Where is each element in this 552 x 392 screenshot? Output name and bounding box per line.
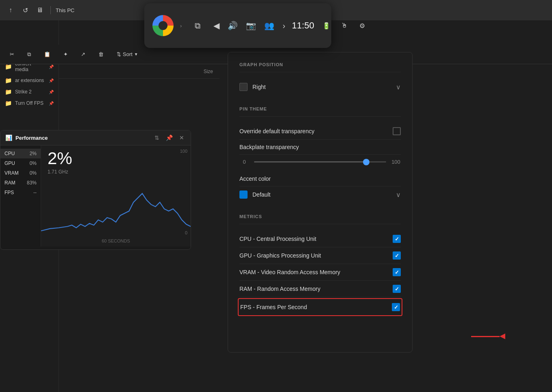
accent-color-label: Accent color	[239, 175, 401, 182]
fps-metric-val: --	[33, 190, 37, 195]
perf-big-value: 2%	[48, 149, 72, 168]
perf-time-label: 60 SECONDS	[102, 238, 130, 243]
breadcrumb: This PC	[56, 7, 74, 13]
perf-metric-vram[interactable]: VRAM 0%	[0, 168, 41, 178]
perf-close-btn[interactable]: ✕	[178, 134, 186, 142]
metrics-title: METRICS	[239, 214, 401, 219]
graph-position-row[interactable]: Right ∨	[239, 79, 401, 95]
perf-settings-btn[interactable]: ⇅	[153, 134, 161, 142]
dropdown-chevron-icon[interactable]: ∨	[396, 83, 401, 91]
back-icon[interactable]: ◀	[213, 21, 219, 30]
camera-icon[interactable]: 📷	[246, 21, 256, 30]
chrome-popup: › ⧉ ◀ 🔊 📷 👥 › 11:50 🔋 🖱 ⚙	[144, 3, 331, 48]
metric-ram-row: RAM - Random Access Memory	[239, 281, 401, 297]
gpu-metric-name: GPU	[4, 160, 15, 166]
override-transparency-checkbox[interactable]	[393, 127, 401, 135]
metric-cpu-checkbox[interactable]	[393, 235, 401, 243]
vram-metric-val: 0%	[30, 170, 37, 176]
graph-position-title: GRAPH POSITION	[239, 62, 401, 67]
up-arrow-icon[interactable]: ↑	[5, 4, 16, 16]
sidebar-item-label-3: Strike 2	[15, 89, 32, 95]
performance-widget: 📊 Performance ⇅ 📌 ✕ CPU 2% GPU 0% VRAM 0…	[0, 130, 191, 250]
settings-icon[interactable]: ⚙	[356, 20, 368, 31]
gpu-metric-val: 0%	[30, 160, 37, 166]
pin-icon-3: 📌	[49, 90, 54, 94]
sort-chevron-icon: ▼	[134, 52, 138, 56]
battery-icon: 🔋	[321, 20, 332, 31]
backplate-transparency-label: Backplate transparency	[239, 144, 401, 150]
sidebar-item-label-4: Turn Off FPS	[15, 100, 43, 106]
path-thispc[interactable]: This PC	[56, 7, 74, 13]
metric-cpu-row: CPU - Central Processing Unit	[239, 231, 401, 247]
metric-gpu-row: GPU - Graphics Processing Unit	[239, 247, 401, 264]
forward-icon[interactable]: ›	[283, 21, 285, 30]
accent-color-value: Default	[252, 191, 391, 198]
metric-ram-label: RAM - Random Access Memory	[239, 286, 388, 292]
slider-thumb[interactable]	[363, 159, 369, 165]
popup-media-icons: ◀ 🔊 📷 👥 ›	[213, 21, 285, 30]
perf-chart-area: 2% 1.71 GHz 100 0 60 SECONDS	[41, 145, 191, 247]
metric-fps-row: FPS - Frames Per Second	[238, 298, 402, 316]
cpu-metric-val: 2%	[30, 151, 37, 156]
perf-metric-ram[interactable]: RAM 83%	[0, 178, 41, 188]
ram-metric-val: 83%	[27, 180, 37, 186]
settings-panel: GRAPH POSITION Right ∨ PIN THEME Overrid…	[228, 52, 413, 353]
ai-icon: ✦	[63, 51, 68, 57]
metric-fps-checkbox[interactable]	[392, 303, 400, 311]
paste-button[interactable]: 📋	[41, 50, 54, 59]
size-column-header: Size	[180, 69, 213, 74]
graph-position-value: Right	[252, 84, 391, 90]
sidebar-item-label-2: ar extensions	[15, 78, 44, 83]
sidebar-item-strike2[interactable]: 📁 Strike 2 📌	[0, 86, 59, 97]
perf-body: CPU 2% GPU 0% VRAM 0% RAM 83% FPS -- 2% …	[0, 145, 191, 247]
pin-icon-2: 📌	[49, 78, 54, 83]
fps-metric-name: FPS	[4, 190, 14, 195]
perf-pin-btn[interactable]: 📌	[164, 134, 174, 142]
arrow-head-icon	[500, 334, 505, 339]
accent-dropdown-chevron-icon[interactable]: ∨	[396, 191, 401, 199]
transparency-slider[interactable]	[254, 161, 386, 162]
cut-button[interactable]: ✂	[7, 50, 17, 59]
perf-icon: 📊	[5, 134, 12, 141]
divider-3	[239, 224, 401, 224]
perf-metric-fps[interactable]: FPS --	[0, 188, 41, 197]
volume-icon[interactable]: 🔊	[228, 21, 238, 30]
folder-icon: 📁	[5, 63, 12, 70]
share-icon: ↗	[81, 51, 85, 57]
metric-gpu-checkbox[interactable]	[393, 251, 401, 260]
refresh-icon[interactable]: ↺	[20, 4, 31, 16]
folder-icon-3: 📁	[5, 89, 12, 95]
sort-button[interactable]: ⇅ Sort ▼	[113, 50, 141, 59]
metrics-section: METRICS CPU - Central Processing Unit GP…	[239, 214, 401, 316]
chrome-logo-icon[interactable]	[152, 15, 174, 36]
slider-min-label: 0	[239, 159, 249, 165]
perf-metric-gpu[interactable]: GPU 0%	[0, 158, 41, 168]
accent-color-value-row[interactable]: Default ∨	[239, 186, 401, 203]
pin-icon: 📌	[49, 65, 54, 69]
copy-button[interactable]: ⧉	[24, 50, 34, 59]
metric-fps-label: FPS - Frames Per Second	[240, 304, 387, 310]
vram-metric-name: VRAM	[4, 170, 19, 176]
perf-metric-cpu[interactable]: CPU 2%	[0, 149, 41, 158]
delete-button[interactable]: 🗑	[95, 50, 107, 59]
popup-right: 11:50 🔋 🖱 ⚙	[292, 20, 368, 31]
sidebar-item-turn-off-fps[interactable]: 📁 Turn Off FPS 📌	[0, 97, 59, 109]
share-button[interactable]: ↗	[78, 50, 89, 59]
perf-metrics-sidebar: CPU 2% GPU 0% VRAM 0% RAM 83% FPS --	[0, 145, 41, 247]
metric-ram-checkbox[interactable]	[393, 285, 401, 293]
ai-button[interactable]: ✦	[60, 50, 71, 59]
sidebar-item-ar-extensions[interactable]: 📁 ar extensions 📌	[0, 75, 59, 86]
divider-1	[239, 72, 401, 72]
graph-position-section: GRAPH POSITION Right ∨	[239, 62, 401, 95]
divider-2	[239, 116, 401, 117]
metric-vram-row: VRAM - Video Random Access Memory	[239, 264, 401, 281]
ram-metric-name: RAM	[4, 180, 15, 186]
clock-display: 11:50	[292, 20, 314, 31]
sort-icon: ⇅	[117, 51, 121, 57]
monitor-icon[interactable]: 🖥	[34, 4, 46, 16]
grid-icon[interactable]: ⧉	[195, 21, 200, 30]
separator-1	[50, 6, 51, 14]
people-icon[interactable]: 👥	[264, 21, 274, 30]
chevron-right-icon[interactable]: ›	[180, 20, 182, 31]
metric-vram-checkbox[interactable]	[393, 268, 401, 276]
